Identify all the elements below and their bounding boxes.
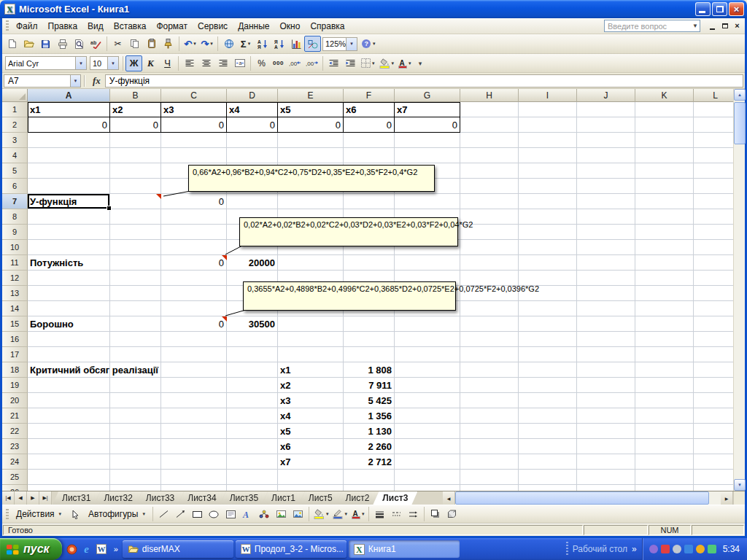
row-header-21[interactable]: 21: [2, 408, 28, 424]
cell-C16[interactable]: [161, 332, 227, 347]
align-right-button[interactable]: [214, 55, 231, 71]
print-preview-button[interactable]: [71, 36, 88, 52]
select-objects-button[interactable]: [66, 506, 83, 522]
cell-H11[interactable]: [460, 255, 519, 271]
cell-J2[interactable]: [577, 117, 635, 133]
cell-D1[interactable]: x4: [227, 102, 278, 117]
cell-C23[interactable]: [161, 439, 227, 454]
cell-A11[interactable]: Потужність: [28, 255, 110, 271]
sheet-tab-Лист5[interactable]: Лист5: [299, 491, 342, 505]
cell-J6[interactable]: [577, 179, 635, 194]
cell-I4[interactable]: [519, 148, 577, 163]
cell-J13[interactable]: [577, 286, 635, 301]
font-name-dropdown[interactable]: ▼: [75, 57, 86, 69]
cell-I2[interactable]: [519, 117, 577, 133]
cell-B7[interactable]: [110, 194, 161, 209]
merge-center-button[interactable]: а: [231, 55, 248, 71]
name-box[interactable]: A7 ▼: [4, 74, 81, 88]
spelling-button[interactable]: ab: [88, 36, 104, 52]
cell-A13[interactable]: [28, 286, 110, 301]
cell-A16[interactable]: [28, 332, 110, 347]
borders-button[interactable]: ▾: [359, 55, 377, 71]
cell-G25[interactable]: [395, 470, 460, 485]
cell-C21[interactable]: [161, 408, 227, 424]
menu-item-5[interactable]: Формат: [151, 19, 193, 34]
cell-E21[interactable]: x4: [278, 408, 344, 424]
cell-F21[interactable]: 1 356: [344, 408, 395, 424]
cell-L12[interactable]: [694, 271, 733, 286]
row-header-9[interactable]: 9: [2, 225, 28, 240]
cell-I14[interactable]: [519, 301, 577, 316]
cell-G21[interactable]: [395, 408, 460, 424]
name-box-dropdown[interactable]: ▼: [70, 75, 80, 87]
toolbar-grip[interactable]: [566, 542, 568, 556]
cell-I20[interactable]: [519, 393, 577, 408]
cell-K20[interactable]: [635, 393, 694, 408]
menu-item-7[interactable]: Данные: [233, 19, 274, 34]
cell-F2[interactable]: 0: [344, 117, 395, 133]
cell-K2[interactable]: [635, 117, 694, 133]
sheet-tab-Лист33[interactable]: Лист33: [136, 491, 184, 505]
row-header-2[interactable]: 2: [2, 117, 28, 133]
col-header-L[interactable]: L: [694, 89, 733, 102]
row-header-14[interactable]: 14: [2, 301, 28, 316]
row-header-8[interactable]: 8: [2, 209, 28, 225]
cell-G11[interactable]: [395, 255, 460, 271]
cell-G17[interactable]: [395, 347, 460, 362]
cell-K7[interactable]: [635, 194, 694, 209]
cell-C19[interactable]: [161, 378, 227, 393]
shadow-style-button[interactable]: [427, 506, 444, 522]
redo-button[interactable]: ↷▾: [198, 36, 215, 52]
cell-H10[interactable]: [460, 240, 519, 255]
cell-I7[interactable]: [519, 194, 577, 209]
cell-E15[interactable]: [278, 316, 344, 332]
cell-G1[interactable]: x7: [395, 102, 460, 117]
quick-launch-overflow[interactable]: »: [112, 545, 120, 553]
sheet-tab-Лист3[interactable]: Лист3: [373, 491, 417, 505]
row-header-26[interactable]: 26: [2, 485, 28, 491]
row-header-12[interactable]: 12: [2, 271, 28, 286]
cell-C12[interactable]: [161, 271, 227, 286]
cell-H24[interactable]: [460, 454, 519, 470]
row-header-1[interactable]: 1: [2, 102, 28, 117]
cell-E19[interactable]: x2: [278, 378, 344, 393]
col-header-B[interactable]: B: [110, 89, 161, 102]
cell-L14[interactable]: [694, 301, 733, 316]
font-color-button[interactable]: А▾: [349, 506, 367, 522]
scroll-down-button[interactable]: ▼: [734, 479, 746, 491]
draw-menu[interactable]: Действия▾: [11, 506, 66, 522]
cell-K10[interactable]: [635, 240, 694, 255]
cell-L9[interactable]: [694, 225, 733, 240]
percent-style-button[interactable]: %: [253, 55, 270, 71]
cell-L26[interactable]: [694, 485, 733, 491]
cell-J20[interactable]: [577, 393, 635, 408]
cell-C13[interactable]: [161, 286, 227, 301]
cell-J3[interactable]: [577, 133, 635, 148]
cell-J5[interactable]: [577, 163, 635, 179]
paste-button[interactable]: [143, 36, 160, 52]
cell-J16[interactable]: [577, 332, 635, 347]
cell-A3[interactable]: [28, 133, 110, 148]
cell-K19[interactable]: [635, 378, 694, 393]
menu-item-4[interactable]: Вставка: [109, 19, 152, 34]
row-header-4[interactable]: 4: [2, 148, 28, 163]
cell-B13[interactable]: [110, 286, 161, 301]
menu-item-3[interactable]: Вид: [82, 19, 109, 34]
cell-A17[interactable]: [28, 347, 110, 362]
cell-D3[interactable]: [227, 133, 278, 148]
cell-J11[interactable]: [577, 255, 635, 271]
cell-C18[interactable]: [161, 362, 227, 378]
cell-G20[interactable]: [395, 393, 460, 408]
cell-B26[interactable]: [110, 485, 161, 491]
cell-B17[interactable]: [110, 347, 161, 362]
row-header-10[interactable]: 10: [2, 240, 28, 255]
increase-indent-button[interactable]: [342, 55, 359, 71]
cell-B12[interactable]: [110, 271, 161, 286]
cell-J25[interactable]: [577, 470, 635, 485]
increase-decimal-button[interactable]: ,00: [287, 55, 303, 71]
cell-A2[interactable]: 0: [28, 117, 110, 133]
arrow-button[interactable]: [172, 506, 189, 522]
cell-J4[interactable]: [577, 148, 635, 163]
cell-K3[interactable]: [635, 133, 694, 148]
menu-item-6[interactable]: Сервис: [193, 19, 233, 34]
